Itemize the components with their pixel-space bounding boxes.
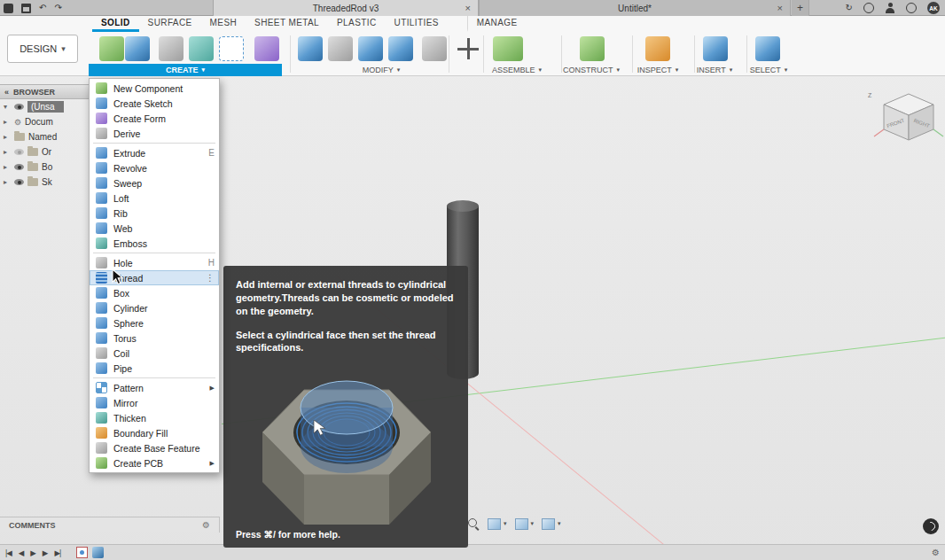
- job-status-icon[interactable]: [863, 3, 874, 13]
- assemble-group-button[interactable]: ASSEMBLE ▾: [480, 64, 554, 75]
- close-icon[interactable]: ×: [777, 3, 783, 13]
- modify-group-button[interactable]: MODIFY ▾: [344, 64, 418, 75]
- menu-item-pipe[interactable]: Pipe: [90, 361, 219, 376]
- menu-item-torus[interactable]: Torus: [90, 331, 219, 346]
- menu-item-create-pcb[interactable]: Create PCB ▶: [90, 455, 219, 471]
- shell-button[interactable]: [358, 36, 383, 61]
- tab-utilities[interactable]: UTILITIES: [386, 16, 448, 32]
- new-tab-button[interactable]: +: [792, 0, 809, 16]
- collapse-icon[interactable]: «: [4, 88, 9, 97]
- search-icon[interactable]: [467, 517, 480, 530]
- avatar[interactable]: AK: [927, 2, 940, 14]
- help-icon[interactable]: [906, 3, 917, 13]
- browser-item-origin[interactable]: ▸ Or: [0, 144, 99, 159]
- menu-item-web[interactable]: Web: [90, 221, 219, 236]
- sync-icon[interactable]: ↻: [846, 2, 853, 14]
- chevron-closed-icon[interactable]: ▸: [4, 118, 11, 126]
- apps-grid-icon[interactable]: [4, 4, 13, 13]
- gear-icon[interactable]: ⚙: [932, 548, 940, 557]
- menu-item-pattern[interactable]: Pattern ▶: [90, 380, 219, 395]
- chevron-closed-icon[interactable]: ▸: [4, 133, 11, 141]
- insert-button[interactable]: [703, 36, 728, 61]
- tab-solid[interactable]: SOLID: [92, 16, 139, 32]
- measure-button[interactable]: [645, 36, 670, 61]
- menu-item-loft[interactable]: Loft: [90, 191, 219, 206]
- save-icon[interactable]: [21, 4, 31, 13]
- browser-item-document-settings[interactable]: ▸ ⚙ Docum: [0, 114, 99, 129]
- create-sketch-button[interactable]: [125, 36, 150, 61]
- menu-item-create-form[interactable]: Create Form: [90, 111, 219, 126]
- chevron-closed-icon[interactable]: ▸: [4, 178, 11, 186]
- timeline-feature-extrude-icon[interactable]: [92, 547, 104, 558]
- revolve-button[interactable]: [189, 36, 214, 61]
- close-icon[interactable]: ×: [465, 3, 471, 13]
- create-group-button[interactable]: CREATE ▾: [89, 64, 282, 76]
- combine-button[interactable]: [388, 36, 413, 61]
- menu-item-create-sketch[interactable]: Create Sketch: [90, 96, 219, 111]
- browser-item-bodies[interactable]: ▸ Bo: [0, 159, 99, 175]
- menu-item-box[interactable]: Box: [90, 285, 219, 300]
- play-button[interactable]: ▶: [30, 548, 35, 557]
- gear-icon[interactable]: ⚙: [202, 520, 210, 530]
- skip-to-start-button[interactable]: |◀: [5, 548, 12, 557]
- tab-sheet-metal[interactable]: SHEET METAL: [246, 16, 328, 32]
- doc-tab-untitled[interactable]: Untitled* ×: [479, 0, 791, 16]
- press-pull-button[interactable]: [298, 36, 323, 61]
- menu-item-sweep[interactable]: Sweep: [90, 175, 219, 191]
- display-settings-button[interactable]: ▾: [488, 518, 507, 530]
- menu-item-mirror[interactable]: Mirror: [90, 395, 219, 410]
- grid-snap-button[interactable]: ▾: [515, 518, 535, 530]
- menu-item-create-base-feature[interactable]: Create Base Feature: [90, 440, 219, 455]
- visibility-eye-icon[interactable]: [14, 104, 24, 110]
- select-group-button[interactable]: SELECT ▾: [731, 64, 806, 75]
- menu-item-cylinder[interactable]: Cylinder: [90, 300, 219, 315]
- create-form-button[interactable]: [159, 36, 184, 61]
- menu-item-boundary-fill[interactable]: Boundary Fill: [90, 425, 219, 440]
- viewport-layout-button[interactable]: ▾: [542, 518, 561, 530]
- sweep-button[interactable]: [219, 36, 244, 61]
- browser-item-document[interactable]: ▾ (Unsa: [0, 99, 99, 114]
- menu-item-extrude[interactable]: Extrude E: [90, 145, 219, 160]
- menu-item-thicken[interactable]: Thicken: [90, 410, 219, 425]
- step-back-button[interactable]: ◀: [19, 548, 24, 557]
- browser-header[interactable]: « BROWSER: [0, 84, 99, 99]
- form-sphere-button[interactable]: [254, 36, 279, 61]
- visibility-eye-icon[interactable]: [14, 164, 24, 170]
- timeline-feature-sketch-icon[interactable]: [76, 547, 88, 558]
- browser-item-sketches[interactable]: ▸ Sk: [0, 175, 99, 190]
- menu-item-hole[interactable]: Hole H: [90, 255, 219, 270]
- tab-manage[interactable]: MANAGE: [467, 16, 527, 32]
- construct-plane-button[interactable]: [580, 36, 605, 61]
- fillet-button[interactable]: [328, 36, 353, 61]
- more-options-icon[interactable]: ⋮: [206, 273, 215, 283]
- browser-item-named-views[interactable]: ▸ Named: [0, 129, 99, 144]
- chevron-closed-icon[interactable]: ▸: [4, 163, 11, 171]
- tab-mesh[interactable]: MESH: [201, 16, 246, 32]
- chevron-open-icon[interactable]: ▾: [4, 103, 11, 111]
- menu-item-derive[interactable]: Derive: [90, 126, 219, 141]
- step-forward-button[interactable]: ▶: [43, 548, 48, 557]
- construct-group-button[interactable]: CONSTRUCT ▾: [554, 64, 629, 75]
- undo-icon[interactable]: ↶: [39, 2, 46, 14]
- menu-item-emboss[interactable]: Emboss: [90, 236, 219, 251]
- chevron-closed-icon[interactable]: ▸: [4, 148, 11, 156]
- menu-item-coil[interactable]: Coil: [90, 346, 219, 361]
- tab-plastic[interactable]: PLASTIC: [328, 16, 385, 32]
- assemble-button[interactable]: [493, 36, 523, 61]
- view-cube[interactable]: Z FRONT RIGHT: [873, 87, 944, 151]
- tab-surface[interactable]: SURFACE: [139, 16, 201, 32]
- redo-icon[interactable]: ↷: [54, 2, 61, 14]
- move-copy-button[interactable]: [456, 36, 480, 61]
- offset-face-button[interactable]: [422, 36, 447, 61]
- menu-item-new-component[interactable]: New Component: [90, 81, 219, 96]
- menu-item-rib[interactable]: Rib: [90, 206, 219, 221]
- visibility-eye-icon[interactable]: [14, 179, 24, 185]
- doc-tab-threadedrod[interactable]: ThreadedRod v3 ×: [213, 0, 479, 16]
- menu-item-thread[interactable]: Thread ⋮: [90, 270, 219, 285]
- profile-icon[interactable]: [885, 3, 895, 13]
- select-button[interactable]: [755, 36, 780, 61]
- new-component-button[interactable]: [99, 36, 124, 61]
- visibility-eye-icon[interactable]: [14, 149, 24, 155]
- design-dropdown[interactable]: DESIGN ▾: [7, 35, 78, 63]
- assistant-icon[interactable]: [923, 518, 939, 534]
